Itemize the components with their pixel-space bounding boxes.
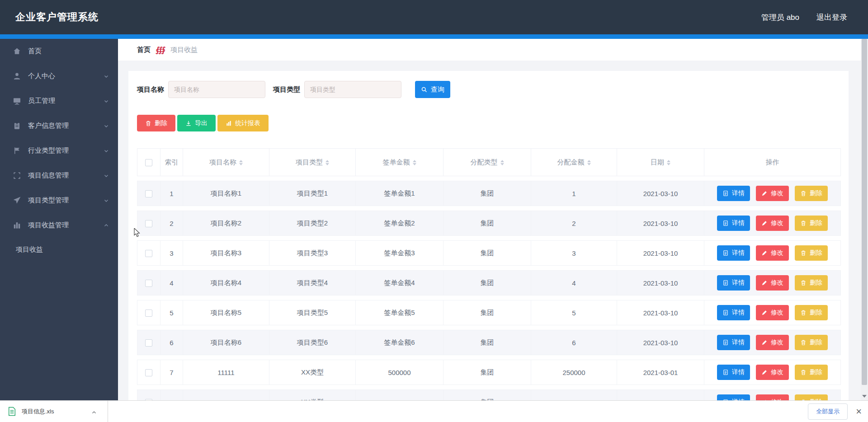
cell-actions: 详情修改删除 — [704, 240, 841, 266]
sidebar-submenu-label: 项目收益 — [16, 245, 43, 254]
download-filename[interactable]: 项目信息.xls — [22, 408, 54, 416]
row-checkbox-cell — [137, 330, 160, 355]
query-button[interactable]: 查询 — [415, 81, 450, 98]
row-checkbox-cell — [137, 300, 160, 325]
row-checkbox[interactable] — [145, 190, 152, 197]
scrollbar-thumb[interactable] — [862, 39, 867, 385]
cell-project-type: 项目类型2 — [269, 211, 356, 236]
detail-button[interactable]: 详情 — [717, 335, 750, 350]
monitor-icon — [13, 97, 21, 105]
edit-button[interactable]: 修改 — [756, 275, 789, 291]
breadcrumb-home[interactable]: 首页 — [137, 46, 151, 54]
row-delete-button[interactable]: 删除 — [795, 305, 828, 320]
sort-carets-icon[interactable] — [413, 160, 416, 165]
sidebar-item-4[interactable]: 客户信息管理 — [0, 113, 118, 138]
cell-alloc-amount: 4 — [531, 270, 617, 295]
sort-carets-icon[interactable] — [326, 160, 329, 165]
export-button[interactable]: 导出 — [177, 115, 216, 131]
chevron-down-icon — [104, 123, 109, 129]
download-menu-chevron-icon[interactable] — [91, 409, 97, 414]
sidebar-item-2[interactable]: 个人中心 — [0, 64, 118, 89]
row-delete-button[interactable]: 删除 — [795, 275, 828, 291]
scrollbar-down-arrow[interactable] — [861, 392, 868, 400]
cell-alloc-type: 集团 — [443, 330, 531, 355]
download-bar-divider — [108, 401, 108, 422]
sidebar-item-label: 项目类型管理 — [28, 196, 69, 205]
detail-button[interactable]: 详情 — [717, 275, 750, 291]
sort-carets-icon[interactable] — [500, 160, 504, 165]
row-checkbox[interactable] — [145, 369, 152, 376]
cell-project-name: 项目名称3 — [183, 240, 269, 266]
row-checkbox[interactable] — [145, 339, 152, 347]
table-row: 3项目名称3项目类型3签单金额3集团32021-03-10详情修改删除 — [137, 240, 841, 266]
project-name-input[interactable] — [168, 81, 265, 98]
detail-button[interactable]: 详情 — [717, 186, 750, 201]
bar-chart-icon — [226, 120, 232, 127]
show-all-button[interactable]: 全部显示 — [808, 403, 848, 420]
column-header[interactable]: 项目名称 — [183, 148, 269, 176]
vertical-scrollbar[interactable] — [861, 39, 868, 400]
cell-sign-amount: 签单金额2 — [356, 211, 443, 236]
bar-chart-icon — [13, 221, 21, 230]
row-checkbox[interactable] — [145, 220, 152, 227]
column-header[interactable]: 日期 — [617, 148, 704, 176]
cell-project-name: 项目名称5 — [183, 300, 269, 325]
edit-button[interactable]: 修改 — [756, 365, 789, 380]
edit-button[interactable]: 修改 — [756, 186, 789, 201]
column-header[interactable]: 项目类型 — [269, 148, 356, 176]
sidebar-item-7[interactable]: 项目类型管理 — [0, 188, 118, 213]
project-type-input[interactable] — [304, 81, 401, 98]
chevron-down-icon — [104, 74, 109, 79]
row-delete-button[interactable]: 删除 — [795, 365, 828, 380]
edit-button[interactable]: 修改 — [756, 335, 789, 350]
delete-button[interactable]: 删除 — [137, 115, 175, 131]
sidebar-item-label: 项目收益管理 — [28, 221, 69, 230]
logout-link[interactable]: 退出登录 — [816, 12, 847, 23]
row-delete-button[interactable]: 删除 — [795, 245, 828, 261]
trash-icon — [800, 220, 807, 226]
sort-carets-icon[interactable] — [587, 160, 591, 165]
row-delete-button[interactable]: 删除 — [795, 216, 828, 231]
sidebar-item-1[interactable]: 首页 — [0, 39, 118, 64]
edit-button[interactable]: 修改 — [756, 245, 789, 261]
trash-icon — [800, 250, 807, 256]
close-download-bar-icon[interactable]: × — [856, 407, 862, 417]
row-checkbox[interactable] — [145, 280, 152, 287]
current-user[interactable]: 管理员 abo — [761, 12, 799, 23]
row-delete-button[interactable]: 删除 — [795, 186, 828, 201]
document-icon — [722, 309, 729, 316]
document-icon — [722, 190, 729, 197]
sidebar-submenu-item[interactable]: 项目收益 — [0, 238, 118, 261]
content-card: 项目名称 项目类型 查询 删除 导出 统计报表 — [128, 71, 849, 414]
sort-carets-icon[interactable] — [239, 160, 243, 165]
pencil-icon — [761, 280, 768, 286]
row-delete-button[interactable]: 删除 — [795, 335, 828, 350]
row-checkbox[interactable] — [145, 309, 152, 317]
column-header[interactable]: 签单金额 — [356, 148, 443, 176]
column-header[interactable]: 分配金额 — [531, 148, 617, 176]
cell-sign-amount: 500000 — [356, 360, 443, 385]
cell-index: 5 — [160, 300, 183, 325]
detail-button[interactable]: 详情 — [717, 365, 750, 380]
edit-button[interactable]: 修改 — [756, 216, 789, 231]
document-icon — [722, 280, 729, 286]
sidebar-item-8[interactable]: 项目收益管理 — [0, 213, 118, 238]
detail-button[interactable]: 详情 — [717, 245, 750, 261]
sidebar-item-5[interactable]: 行业类型管理 — [0, 138, 118, 163]
cell-date: 2021-03-10 — [617, 330, 704, 355]
pencil-icon — [761, 190, 768, 197]
sort-carets-icon[interactable] — [667, 160, 670, 165]
cell-alloc-amount: 3 — [531, 240, 617, 266]
detail-button[interactable]: 详情 — [717, 305, 750, 320]
sidebar-item-3[interactable]: 员工管理 — [0, 89, 118, 113]
detail-button[interactable]: 详情 — [717, 216, 750, 231]
user-icon — [13, 72, 21, 80]
row-checkbox[interactable] — [145, 250, 152, 257]
cell-actions: 详情修改删除 — [704, 330, 841, 355]
edit-button[interactable]: 修改 — [756, 305, 789, 320]
download-item[interactable]: 项目信息.xls — [0, 401, 108, 422]
sidebar-item-6[interactable]: 项目信息管理 — [0, 163, 118, 188]
report-button[interactable]: 统计报表 — [217, 115, 269, 131]
column-header[interactable]: 分配类型 — [443, 148, 531, 176]
select-all-checkbox[interactable] — [145, 159, 152, 166]
